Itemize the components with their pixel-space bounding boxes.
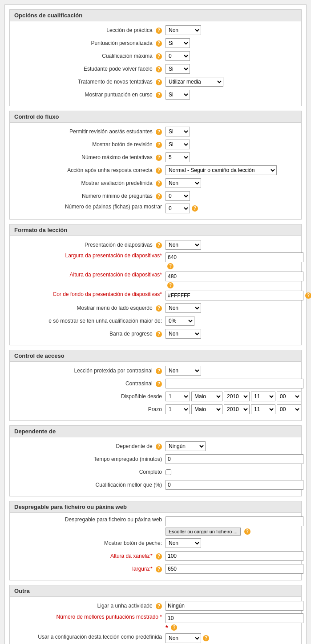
input-cor-fondo[interactable] xyxy=(166,291,303,300)
help-icon-usar-config[interactable]: ? xyxy=(203,635,209,641)
help-icon-barra-progreso[interactable]: ? xyxy=(156,331,162,337)
select-presentacion[interactable]: Non Si xyxy=(166,240,201,250)
input-largura-xanela[interactable] xyxy=(166,564,303,574)
select-disponible-month[interactable]: Maio xyxy=(191,392,222,401)
help-icon-despregable-file[interactable]: ? xyxy=(244,528,250,535)
label-numero-minimo: Número mínimo de preguntas ? xyxy=(14,192,166,200)
select-prazo-month[interactable]: Maio xyxy=(191,404,222,414)
select-so-mostrar[interactable]: 0% 25% 50% 75% 100% xyxy=(166,316,194,326)
section-fluxo: Control do fluxo Permitir revisión aos/á… xyxy=(9,111,302,220)
help-icon-cualificacion-maxima[interactable]: ? xyxy=(156,53,162,60)
select-mostrar-menu[interactable]: Non Si xyxy=(166,303,201,313)
help-icon-largura-xanela[interactable]: ? xyxy=(156,566,162,572)
select-disponible-day[interactable]: 1 xyxy=(166,392,190,401)
select-leccion-practica[interactable]: Non Si xyxy=(166,25,201,35)
row-permitir-revision: Permitir revisión aos/ás estudantes ? Si… xyxy=(14,126,297,137)
select-mostrar-boton-peche[interactable]: Non Si xyxy=(166,538,201,548)
help-icon-altura-presentacion[interactable]: ? xyxy=(167,282,174,288)
select-tratamento[interactable]: Utilizar media Utilizar maior Utilizar m… xyxy=(166,77,223,87)
help-icon-mostrar-menu[interactable]: ? xyxy=(156,305,162,312)
select-numero-minimo[interactable]: 0 xyxy=(166,191,190,201)
control-mostrar-avaliacion: Non Si xyxy=(166,178,297,188)
help-icon-dependente-de[interactable]: ? xyxy=(156,444,162,450)
section-formato-header: Formato da lección xyxy=(10,224,301,236)
checkbox-completo[interactable] xyxy=(166,469,171,475)
select-estudante-pode[interactable]: Si Non xyxy=(166,64,190,74)
help-icon-estudante-pode[interactable]: ? xyxy=(156,66,162,72)
select-disponible-min[interactable]: 00 xyxy=(277,392,301,401)
select-prazo-min[interactable]: 00 xyxy=(277,404,301,414)
control-mostrar-menu: Non Si xyxy=(166,303,297,313)
input-despregable-file[interactable] xyxy=(166,516,303,526)
help-icon-altura-xanela[interactable]: ? xyxy=(156,553,162,560)
select-barra-progreso[interactable]: Non Si xyxy=(166,329,201,339)
select-disponible-year[interactable]: 2010 xyxy=(224,392,250,401)
label-permitir-revision: Permitir revisión aos/ás estudantes ? xyxy=(14,128,166,136)
help-icon-protexida[interactable]: ? xyxy=(156,368,162,374)
row-cualificacion-maxima: Cualificación máxima ? 0 xyxy=(14,51,297,61)
section-despregable-header: Despregable para ficheiro ou páxina web xyxy=(10,501,301,513)
help-icon-tratamento[interactable]: ? xyxy=(156,79,162,85)
select-prazo-day[interactable]: 1 xyxy=(166,404,190,414)
help-icon-mostrar-boton-revision[interactable]: ? xyxy=(156,142,162,148)
select-mostrar-puntuacion[interactable]: Si Non xyxy=(166,90,190,100)
help-icon-largura-presentacion[interactable]: ? xyxy=(167,263,174,269)
select-protexida[interactable]: Non Si xyxy=(166,366,201,376)
select-cualificacion-maxima[interactable]: 0 xyxy=(166,51,190,61)
select-usar-config[interactable]: Non Si xyxy=(166,633,201,643)
help-icon-numero-maximo[interactable]: ? xyxy=(156,155,162,161)
input-largura-presentacion[interactable] xyxy=(166,252,303,262)
help-icon-contrasinal[interactable]: ? xyxy=(156,381,162,387)
help-icon-presentacion[interactable]: ? xyxy=(156,242,162,248)
help-icon-mostrar-avaliacion[interactable]: ? xyxy=(156,180,162,187)
input-altura-presentacion[interactable] xyxy=(166,272,303,281)
select-puntuacion-personalizada[interactable]: Si Non xyxy=(166,38,190,48)
input-numero-mellores[interactable] xyxy=(166,613,303,623)
row-accion-resposta: Acción após unha resposta correcta ? Nor… xyxy=(14,165,297,176)
select-numero-paxinas[interactable]: 0 xyxy=(166,204,190,213)
row-altura-xanela: Altura da xanela:* ? xyxy=(14,551,297,561)
input-altura-xanela[interactable] xyxy=(166,551,303,561)
select-mostrar-boton-revision[interactable]: Si Non xyxy=(166,140,190,149)
select-disponible-hour[interactable]: 11 xyxy=(251,392,275,401)
label-contrasinal: Contrasinal ? xyxy=(14,380,166,388)
help-icon-accion-resposta[interactable]: ? xyxy=(156,168,162,174)
input-contrasinal[interactable] xyxy=(166,379,303,388)
help-icon-ligar-actividade[interactable]: ? xyxy=(156,603,162,609)
label-numero-maximo: Número máximo de tentativas ? xyxy=(14,154,166,161)
help-icon-leccion-practica[interactable]: ? xyxy=(156,28,162,34)
label-puntuacion-personalizada: Puntuación personalizada ? xyxy=(14,40,166,47)
control-contrasinal xyxy=(166,379,303,388)
help-icon-mostrar-puntuacion[interactable]: ? xyxy=(156,92,162,98)
help-icon-cor-fondo[interactable]: ? xyxy=(305,292,311,299)
control-largura-presentacion: ? xyxy=(166,252,303,269)
select-accion-resposta[interactable]: Normal - Seguir o camiño da lección Most… xyxy=(166,165,277,175)
select-prazo-hour[interactable]: 11 xyxy=(251,404,275,414)
section-qualification-title: Opcións de cualificación xyxy=(14,12,82,19)
select-prazo-year[interactable]: 2010 xyxy=(224,404,250,414)
btn-choose-file[interactable]: Escoller ou cargar un ficheiro ... xyxy=(166,528,241,536)
row-numero-maximo: Número máximo de tentativas ? 5 1234 678… xyxy=(14,152,297,163)
input-ligar-actividade[interactable] xyxy=(166,601,303,611)
control-numero-mellores: * ? xyxy=(166,613,303,631)
control-altura-presentacion: ? xyxy=(166,272,303,288)
row-largura-xanela: largura:* ? xyxy=(14,564,297,574)
select-permitir-revision[interactable]: Si Non xyxy=(166,127,190,136)
help-icon-permitir-revision[interactable]: ? xyxy=(156,129,162,135)
input-cualificacion-mellor[interactable] xyxy=(166,480,303,490)
help-icon-numero-paxinas[interactable]: ? xyxy=(192,205,198,212)
label-completo: Completo xyxy=(14,468,166,476)
help-icon-puntuacion-personalizada[interactable]: ? xyxy=(156,40,162,47)
help-icon-numero-minimo[interactable]: ? xyxy=(156,193,162,200)
select-numero-maximo[interactable]: 5 1234 678910 xyxy=(166,152,190,162)
control-accion-resposta: Normal - Seguir o camiño da lección Most… xyxy=(166,165,297,175)
select-dependente-de[interactable]: Ningún xyxy=(166,441,206,451)
row-mostrar-puntuacion: Mostrar puntuación en curso ? Si Non xyxy=(14,89,297,100)
input-tempo-empregado[interactable] xyxy=(166,454,303,464)
select-mostrar-avaliacion[interactable]: Non Si xyxy=(166,178,201,188)
row-ligar-actividade: Ligar a unha actividade ? xyxy=(14,600,297,611)
section-qualification-header: Opcións de cualificación xyxy=(10,10,301,21)
control-completo xyxy=(166,469,297,475)
control-mostrar-boton-revision: Si Non xyxy=(166,140,297,149)
help-icon-numero-mellores[interactable]: ? xyxy=(171,624,177,631)
